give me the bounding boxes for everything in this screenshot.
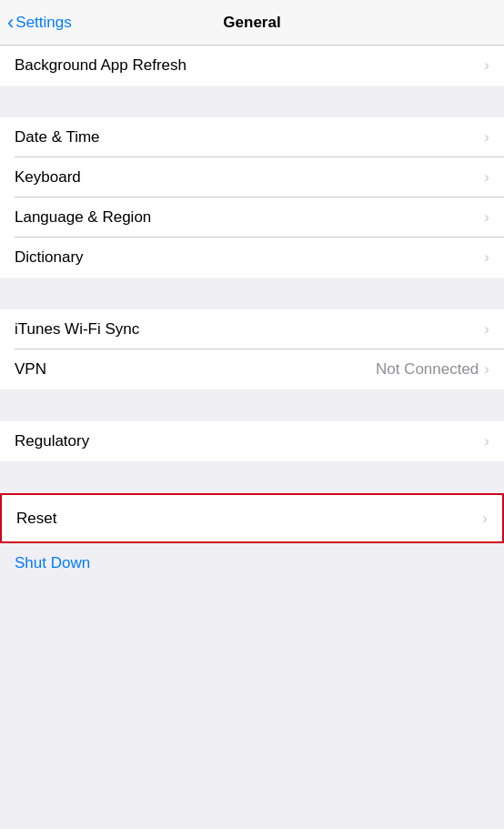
dictionary-label: Dictionary <box>15 248 84 267</box>
itunes-wifi-sync-row[interactable]: iTunes Wi-Fi Sync › <box>0 309 504 349</box>
background-app-refresh-right: › <box>484 56 489 75</box>
back-label[interactable]: Settings <box>15 14 71 32</box>
page-title: General <box>223 14 280 32</box>
vpn-right: Not Connected › <box>376 360 489 379</box>
section-separator-4 <box>0 461 504 493</box>
section-separator-1 <box>0 86 504 117</box>
vpn-row[interactable]: VPN Not Connected › <box>0 349 504 389</box>
vpn-status: Not Connected <box>376 360 479 379</box>
regulatory-row[interactable]: Regulatory › <box>0 421 504 461</box>
chevron-right-icon: › <box>484 248 489 267</box>
reset-label: Reset <box>16 510 56 528</box>
dictionary-right: › <box>484 248 489 267</box>
chevron-right-icon: › <box>484 168 489 187</box>
chevron-right-icon: › <box>484 208 489 227</box>
dictionary-row[interactable]: Dictionary › <box>0 238 504 278</box>
chevron-right-icon: › <box>484 320 489 339</box>
section-3: iTunes Wi-Fi Sync › VPN Not Connected › <box>0 309 504 389</box>
keyboard-label: Keyboard <box>15 168 81 187</box>
section-2: Date & Time › Keyboard › Language & Regi… <box>0 117 504 278</box>
section-separator-2 <box>0 278 504 309</box>
chevron-right-icon: › <box>484 432 489 450</box>
chevron-right-icon: › <box>484 56 489 75</box>
shutdown-section: Shut Down <box>0 543 504 583</box>
chevron-right-icon: › <box>484 128 489 147</box>
regulatory-label: Regulatory <box>15 432 89 450</box>
shutdown-button[interactable]: Shut Down <box>15 554 90 571</box>
language-region-right: › <box>484 208 489 227</box>
keyboard-row[interactable]: Keyboard › <box>0 157 504 197</box>
section-separator-3 <box>0 389 504 421</box>
date-time-label: Date & Time <box>15 128 100 147</box>
itunes-wifi-sync-label: iTunes Wi-Fi Sync <box>15 320 139 339</box>
back-button[interactable]: ‹ Settings <box>7 11 72 35</box>
language-region-row[interactable]: Language & Region › <box>0 197 504 238</box>
navigation-header: ‹ Settings General <box>0 0 504 45</box>
section-4: Regulatory › <box>0 421 504 461</box>
chevron-right-icon: › <box>484 360 489 379</box>
date-time-right: › <box>484 128 489 147</box>
chevron-right-icon: › <box>482 510 488 528</box>
vpn-label: VPN <box>15 360 46 379</box>
background-app-refresh-row[interactable]: Background App Refresh › <box>0 45 504 86</box>
chevron-left-icon: ‹ <box>7 11 14 35</box>
background-app-refresh-label: Background App Refresh <box>15 56 186 75</box>
date-time-row[interactable]: Date & Time › <box>0 117 504 157</box>
itunes-wifi-sync-right: › <box>484 320 489 339</box>
regulatory-right: › <box>484 432 489 450</box>
keyboard-right: › <box>484 168 489 187</box>
reset-right: › <box>482 510 488 528</box>
reset-row[interactable]: Reset › <box>0 493 504 543</box>
section-1: Background App Refresh › <box>0 45 504 86</box>
language-region-label: Language & Region <box>15 208 151 227</box>
